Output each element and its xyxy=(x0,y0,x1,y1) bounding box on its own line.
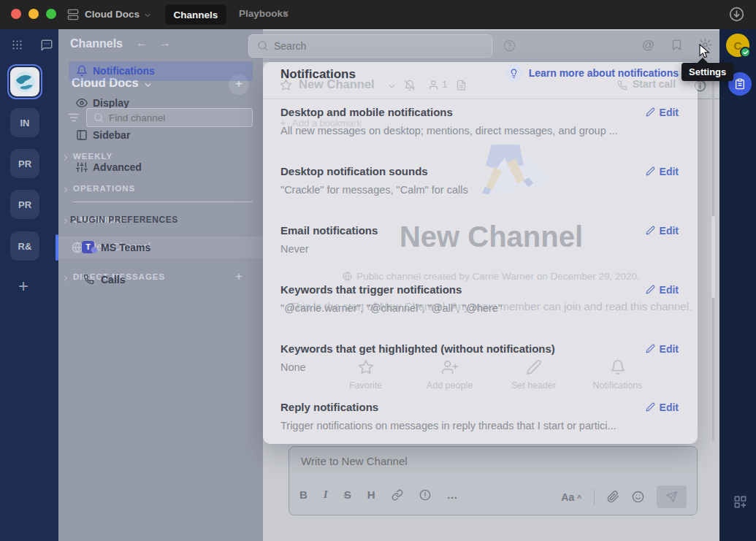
sidebar-divider xyxy=(73,202,253,202)
section-value: Never xyxy=(280,243,679,255)
bell-icon xyxy=(76,65,88,77)
edit-desktop-notifications-button[interactable]: Edit xyxy=(646,107,679,118)
italic-button[interactable]: I xyxy=(324,488,328,501)
settings-nav-title: Channels xyxy=(70,37,123,50)
settings-section-desktop-notifications: Desktop and mobile notifications Edit Al… xyxy=(280,106,679,137)
titlebar: Cloud Docs Channels Playbooks × xyxy=(0,0,756,29)
close-tab-icon[interactable]: × xyxy=(283,7,289,19)
emoji-button[interactable] xyxy=(632,491,644,503)
bold-button[interactable]: B xyxy=(299,488,308,501)
mouse-cursor xyxy=(699,44,711,60)
team-avatar-globe[interactable] xyxy=(10,67,39,96)
forward-arrow-icon[interactable]: → xyxy=(159,37,171,50)
chevron-right-icon[interactable] xyxy=(61,185,70,194)
strikethrough-button[interactable]: S xyxy=(344,488,351,501)
minimize-window-button[interactable] xyxy=(28,9,39,19)
settings-nav-sidebar[interactable]: Sidebar xyxy=(69,126,253,145)
chevron-down-icon xyxy=(143,80,153,90)
chevron-right-icon[interactable] xyxy=(61,217,70,226)
search-input[interactable] xyxy=(248,34,492,58)
pencil-icon xyxy=(646,402,655,412)
message-composer[interactable]: B I S H … Aa ^ xyxy=(289,446,698,515)
more-formatting-button[interactable]: … xyxy=(447,488,459,501)
composer-right-tools: Aa ^ xyxy=(561,486,687,508)
toolbar-divider xyxy=(594,489,595,505)
settings-nav-notifications[interactable]: Notifications xyxy=(69,61,253,81)
search-icon xyxy=(93,112,104,123)
team-tile[interactable]: PR xyxy=(10,149,39,178)
edit-reply-notifications-button[interactable]: Edit xyxy=(646,402,679,413)
zoom-window-button[interactable] xyxy=(46,9,56,19)
team-tile[interactable]: IN xyxy=(10,108,39,137)
app-bar: C xyxy=(719,29,756,541)
product-grid-icon[interactable] xyxy=(11,39,23,51)
app-window: Cloud Docs Channels Playbooks × IN PR PR… xyxy=(0,0,756,541)
message-input[interactable] xyxy=(299,454,592,468)
priority-button[interactable] xyxy=(419,489,431,501)
settings-modal: Notifications Learn more about notificat… xyxy=(263,62,698,444)
pencil-icon xyxy=(646,226,655,235)
settings-section-reply-notifications: Reply notifications Edit Trigger notific… xyxy=(280,401,679,431)
active-team-ring xyxy=(7,64,42,99)
download-icon[interactable] xyxy=(729,7,744,22)
attachment-button[interactable] xyxy=(607,491,619,503)
mentions-icon[interactable]: @ xyxy=(642,38,654,53)
pencil-icon xyxy=(646,107,655,117)
team-tile[interactable]: R& xyxy=(10,231,39,261)
section-title: Email notifications xyxy=(280,224,378,237)
section-value: "@carrie.warner", "@channel", "@all", "@… xyxy=(280,302,679,314)
find-channel-input[interactable] xyxy=(86,108,253,127)
section-value: "Crackle" for messages, "Calm" for calls xyxy=(280,184,679,196)
section-title: Desktop notification sounds xyxy=(280,165,428,177)
tab-channels[interactable]: Channels xyxy=(165,4,226,25)
section-title: Reply notifications xyxy=(280,401,378,413)
tab-playbooks[interactable]: Playbooks xyxy=(239,8,289,19)
saved-posts-icon[interactable] xyxy=(671,39,683,51)
add-team-button[interactable]: + xyxy=(18,276,28,296)
section-title: Keywords that get highlighted (without n… xyxy=(280,342,555,355)
workspace-selector[interactable]: Cloud Docs xyxy=(85,9,140,20)
sliders-icon xyxy=(76,161,88,173)
back-arrow-icon[interactable]: ← xyxy=(136,37,148,50)
sidebar-icon xyxy=(76,129,88,141)
pencil-icon xyxy=(646,285,655,294)
edit-email-notifications-button[interactable]: Edit xyxy=(646,225,679,237)
scrollbar-thumb[interactable] xyxy=(711,216,715,298)
channel-sidebar: Channels ← → Cloud Docs + Notifications … xyxy=(58,29,263,541)
app-marketplace-icon[interactable] xyxy=(733,495,747,509)
learn-more-link[interactable]: Learn more about notifications xyxy=(505,64,679,82)
pencil-icon xyxy=(646,166,655,176)
settings-modal-title: Notifications xyxy=(280,67,356,82)
format-toggle-button[interactable]: Aa ^ xyxy=(561,491,581,503)
team-tile[interactable]: PR xyxy=(10,190,39,219)
server-icon xyxy=(67,9,79,20)
section-title: Desktop and mobile notifications xyxy=(280,106,453,118)
settings-tooltip: Settings xyxy=(681,63,733,81)
team-sidebar: IN PR PR R& + xyxy=(0,29,58,541)
settings-nav-calls[interactable]: Calls xyxy=(69,270,253,290)
send-icon xyxy=(665,491,678,503)
chat-bubble-icon[interactable] xyxy=(40,39,53,52)
settings-nav-ms-teams[interactable]: T MS Teams xyxy=(69,238,253,258)
heading-button[interactable]: H xyxy=(367,488,375,501)
close-window-button[interactable] xyxy=(11,9,21,19)
edit-highlight-keywords-button[interactable]: Edit xyxy=(646,343,679,355)
check-icon xyxy=(743,50,749,55)
globe-image xyxy=(13,70,37,93)
eye-icon xyxy=(76,97,88,109)
help-icon[interactable] xyxy=(503,39,516,52)
edit-trigger-keywords-button[interactable]: Edit xyxy=(646,284,679,296)
settings-section-trigger-keywords: Keywords that trigger notifications Edit… xyxy=(280,283,679,314)
pencil-icon xyxy=(646,344,655,353)
filter-icon[interactable] xyxy=(67,111,80,124)
edit-notification-sounds-button[interactable]: Edit xyxy=(646,166,679,177)
settings-section-highlight-keywords: Keywords that get highlighted (without n… xyxy=(280,342,679,373)
section-value: All new messages on desktop; mentions, d… xyxy=(280,125,679,137)
settings-nav-advanced[interactable]: Advanced xyxy=(69,158,253,177)
ms-teams-icon-dot xyxy=(91,247,98,253)
settings-section-notification-sounds: Desktop notification sounds Edit "Crackl… xyxy=(280,165,679,196)
send-button[interactable] xyxy=(657,486,687,508)
sidebar-section-operations[interactable]: OPERATIONS xyxy=(73,184,135,193)
link-button[interactable] xyxy=(392,489,403,501)
lightbulb-icon xyxy=(505,64,523,82)
